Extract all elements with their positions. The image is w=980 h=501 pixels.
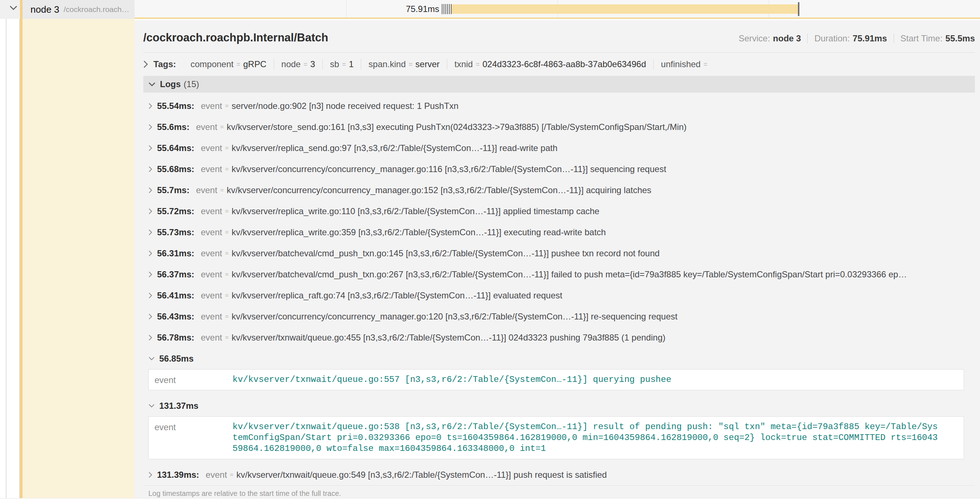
log-entry[interactable]: 55.7ms: event = kv/kvserver/concurrency/… bbox=[143, 180, 975, 201]
meta-divider bbox=[807, 34, 808, 43]
tag-item: txnid=024d3323-6c8f-4863-aa8b-37ab0e6349… bbox=[447, 59, 654, 69]
log-entry[interactable]: 56.37ms: event = kv/kvserver/batcheval/c… bbox=[143, 264, 975, 285]
tag-value: 3 bbox=[310, 59, 315, 69]
log-message: kv/kvserver/replica_send.go:97 [n3,s3,r6… bbox=[231, 143, 557, 153]
log-message: kv/kvserver/concurrency/concurrency_mana… bbox=[227, 185, 651, 195]
chevron-right-icon bbox=[148, 313, 153, 320]
log-field-key: event bbox=[196, 185, 217, 195]
span-end-marker bbox=[798, 2, 799, 16]
log-entry[interactable]: 55.73ms: event = kv/kvserver/replica_wri… bbox=[143, 222, 975, 243]
logs-title: Logs bbox=[160, 79, 181, 89]
tag-item: span.kind=server bbox=[361, 59, 447, 69]
log-detail-table: event kv/kvserver/txnwait/queue.go:557 [… bbox=[148, 369, 964, 390]
tag-key: component bbox=[191, 59, 234, 69]
log-entry[interactable]: 56.41ms: event = kv/kvserver/replica_raf… bbox=[143, 285, 975, 306]
logs-count: (15) bbox=[183, 79, 199, 89]
log-tick bbox=[449, 4, 450, 14]
equals-sign: = bbox=[342, 61, 346, 68]
span-timeline-track[interactable]: 75.91ms bbox=[135, 0, 980, 19]
tags-section-toggle[interactable]: Tags: component=gRPC node=3 sb=1 span.ki… bbox=[143, 58, 975, 71]
log-entry[interactable]: 55.64ms: event = kv/kvserver/replica_sen… bbox=[143, 137, 975, 159]
tag-item: sb=1 bbox=[323, 59, 361, 69]
tag-value: 024d3323-6c8f-4863-aa8b-37ab0e63496d bbox=[482, 59, 646, 69]
equals-sign: = bbox=[225, 271, 229, 278]
log-entry[interactable]: 56.31ms: event = kv/kvserver/batcheval/c… bbox=[143, 243, 975, 264]
log-message: kv/kvserver/txnwait/queue.go:455 [n3,s3,… bbox=[231, 333, 665, 343]
tag-value: gRPC bbox=[243, 59, 267, 69]
log-field-value: kv/kvserver/txnwait/queue.go:557 [n3,s3,… bbox=[232, 374, 937, 385]
log-message: kv/kvserver/replica_write.go:110 [n3,s3,… bbox=[231, 206, 599, 216]
log-message: kv/kvserver/txnwait/queue.go:549 [n3,s3,… bbox=[237, 470, 607, 480]
log-entry[interactable]: 131.39ms: event = kv/kvserver/txnwait/qu… bbox=[143, 464, 975, 485]
log-tick bbox=[445, 4, 446, 14]
log-timestamp: 55.6ms: bbox=[157, 122, 189, 132]
log-message: server/node.go:902 [n3] node received re… bbox=[231, 101, 458, 111]
chevron-right-icon bbox=[148, 292, 153, 299]
chevron-right-icon bbox=[143, 60, 148, 68]
tag-value: server bbox=[415, 59, 439, 69]
equals-sign: = bbox=[225, 207, 229, 215]
service-label: Service: bbox=[738, 34, 770, 43]
tag-value: 1 bbox=[349, 59, 354, 69]
log-entry[interactable]: 55.68ms: event = kv/kvserver/concurrency… bbox=[143, 159, 975, 180]
log-timestamp: 55.73ms: bbox=[157, 227, 194, 238]
chevron-down-icon[interactable] bbox=[10, 5, 18, 11]
log-timestamp: 56.41ms: bbox=[157, 290, 194, 301]
span-service-name: node 3 bbox=[30, 4, 59, 15]
operation-title: /cockroach.roachpb.Internal/Batch bbox=[143, 31, 328, 44]
logs-section-toggle[interactable]: Logs (15) bbox=[143, 76, 975, 93]
log-entry[interactable]: 55.6ms: event = kv/kvserver/store_send.g… bbox=[143, 116, 975, 137]
tag-key: span.kind bbox=[369, 59, 406, 69]
log-message: kv/kvserver/replica_raft.go:74 [n3,s3,r6… bbox=[231, 290, 562, 301]
log-field-key: event bbox=[201, 248, 222, 258]
tags-label: Tags: bbox=[153, 59, 176, 69]
log-message: kv/kvserver/batcheval/cmd_push_txn.go:14… bbox=[231, 248, 659, 258]
span-name-tab[interactable]: node 3 /cockroach.roach… bbox=[22, 0, 135, 19]
logs-section: Logs (15) 55.54ms: event = server/node.g… bbox=[143, 76, 975, 501]
duration-label: Duration: bbox=[814, 34, 850, 43]
tag-key: txnid bbox=[455, 59, 473, 69]
log-entry-expanded-toggle[interactable]: 56.85ms bbox=[143, 348, 975, 369]
log-entry-expanded-toggle[interactable]: 131.37ms bbox=[143, 395, 975, 416]
log-message: kv/kvserver/concurrency/concurrency_mana… bbox=[231, 311, 678, 322]
indent-guide bbox=[6, 0, 6, 498]
log-field-key: event bbox=[154, 374, 232, 385]
chevron-right-icon bbox=[148, 145, 153, 152]
equals-sign: = bbox=[225, 102, 229, 110]
chevron-right-icon bbox=[148, 187, 153, 193]
span-duration-bar[interactable] bbox=[452, 4, 799, 14]
equals-sign: = bbox=[225, 334, 229, 341]
service-value: node 3 bbox=[773, 34, 801, 43]
log-entry[interactable]: 55.54ms: event = server/node.go:902 [n3]… bbox=[143, 96, 975, 116]
start-time-label: Start Time: bbox=[900, 34, 943, 43]
log-message: kv/kvserver/batcheval/cmd_push_txn.go:26… bbox=[231, 270, 907, 279]
equals-sign: = bbox=[230, 471, 234, 479]
log-entry[interactable]: 55.72ms: event = kv/kvserver/replica_wri… bbox=[143, 201, 975, 222]
log-message: kv/kvserver/store_send.go:161 [n3,s3] ex… bbox=[227, 122, 687, 132]
chevron-right-icon bbox=[148, 250, 153, 257]
chevron-right-icon bbox=[148, 472, 153, 478]
equals-sign: = bbox=[704, 61, 708, 68]
log-field-key: event bbox=[206, 470, 227, 480]
tag-item: node=3 bbox=[274, 59, 323, 69]
tag-key: node bbox=[282, 59, 301, 69]
log-timestamp: 55.54ms: bbox=[157, 101, 194, 111]
log-field-key: event bbox=[196, 122, 217, 132]
chevron-right-icon bbox=[148, 103, 153, 109]
equals-sign: = bbox=[476, 61, 480, 68]
chevron-right-icon bbox=[148, 229, 153, 236]
span-operation-name: /cockroach.roach… bbox=[64, 5, 129, 14]
log-message: kv/kvserver/replica_write.go:359 [n3,s3,… bbox=[231, 227, 606, 238]
log-field-key: event bbox=[201, 143, 222, 153]
log-field-key: event bbox=[201, 270, 222, 279]
chevron-right-icon bbox=[148, 334, 153, 341]
log-message: kv/kvserver/concurrency/concurrency_mana… bbox=[231, 164, 666, 174]
log-entry[interactable]: 56.43ms: event = kv/kvserver/concurrency… bbox=[143, 306, 975, 327]
chevron-down-icon bbox=[148, 82, 156, 87]
log-timestamp: 55.68ms: bbox=[157, 164, 194, 174]
log-timestamp: 56.85ms bbox=[159, 354, 194, 364]
tag-key: unfinished bbox=[661, 59, 700, 69]
chevron-right-icon bbox=[148, 124, 153, 130]
log-timestamp: 55.72ms: bbox=[157, 206, 194, 216]
log-entry[interactable]: 56.78ms: event = kv/kvserver/txnwait/que… bbox=[143, 327, 975, 348]
